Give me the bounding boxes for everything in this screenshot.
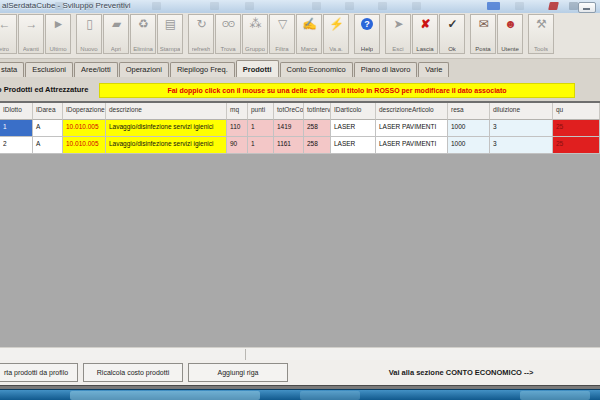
toolbar-button-label: Trova — [220, 46, 235, 52]
cell-resa[interactable]: 1000 — [448, 120, 490, 137]
scroll-divider — [245, 349, 246, 360]
toolbar-button-refresh[interactable]: ↻ refresh — [188, 14, 214, 54]
app-window: alSerdataCube - Sviluppo Preventivi ← et… — [0, 0, 600, 400]
col-header-mq[interactable]: mq — [227, 103, 248, 120]
toolbar-button-apri[interactable]: ▰ Apri — [103, 14, 129, 54]
user-icon: ☻ — [504, 18, 516, 31]
toolbar-button-indietro[interactable]: ← etro — [0, 14, 17, 54]
scroll-strip[interactable] — [0, 347, 600, 360]
cell-diluizione[interactable]: 3 — [490, 137, 553, 154]
cell-qu[interactable]: 25 — [553, 120, 600, 137]
tab-aree-lotti[interactable]: Aree/lotti — [74, 62, 118, 77]
add-row-button[interactable]: Aggiungi riga — [188, 363, 288, 382]
delete-trash-icon: ♻ — [138, 18, 148, 31]
cell-idoperazione[interactable]: 10.010.005 — [63, 120, 106, 137]
col-header-totinterv[interactable]: totInterv — [304, 103, 331, 120]
tab-varie[interactable]: Varie — [418, 62, 449, 77]
cell-punti[interactable]: 1 — [248, 120, 274, 137]
hint-banner: Fai doppio click con il mouse su una del… — [99, 83, 575, 98]
tab-testata[interactable]: stata — [0, 62, 24, 77]
cell-totoreco[interactable]: 1419 — [274, 120, 304, 137]
tab-prodotti[interactable]: Prodotti — [236, 60, 279, 77]
ghost-icon — [152, 2, 161, 10]
taskbar-highlight — [520, 391, 590, 400]
toolbar-button-filtra[interactable]: ▽ Filtra — [269, 14, 295, 54]
toolbar-button-lascia[interactable]: ✘ Lascia — [412, 14, 438, 54]
cell-totinterv[interactable]: 258 — [304, 120, 331, 137]
col-header-idlotto[interactable]: IDlotto — [0, 103, 33, 120]
col-header-diluizione[interactable]: diluizione — [490, 103, 553, 120]
toolbar-group-confirm: ➤ Esci ✘ Lascia ✓ Ok — [385, 14, 466, 54]
toolbar-button-posta[interactable]: ✉ Posta — [470, 14, 496, 54]
toolbar-button-stampa[interactable]: ▤ Stampa — [157, 14, 183, 54]
goto-conto-economico-button[interactable]: Vai alla sezione CONTO ECONOMICO --> — [330, 363, 592, 382]
toolbar-button-elimina[interactable]: ♻ Elimina — [130, 14, 156, 54]
toolbar-button-help[interactable]: ? Help — [354, 14, 380, 54]
cell-resa[interactable]: 1000 — [448, 137, 490, 154]
taskbar-highlight — [70, 391, 260, 400]
col-header-totoreco[interactable]: totOreCo — [274, 103, 304, 120]
tab-operazioni[interactable]: Operazioni — [119, 62, 169, 77]
cell-idarticolo[interactable]: LASER — [331, 120, 376, 137]
toolbar-button-label: Filtra — [275, 46, 288, 52]
col-header-idarea[interactable]: IDarea — [33, 103, 63, 120]
toolbar-button-tools[interactable]: ⚒ Tools — [528, 14, 554, 54]
toolbar-button-vaa[interactable]: ⚡ Va.a. — [323, 14, 349, 54]
goto-lightning-icon: ⚡ — [329, 18, 343, 31]
toolbar-button-marca[interactable]: ✍ Marca — [296, 14, 322, 54]
tab-conto-economico[interactable]: Conto Economico — [280, 62, 353, 77]
taskbar[interactable] — [0, 389, 600, 400]
ghost-icon — [569, 2, 578, 10]
toolbar-button-label: Ok — [448, 46, 456, 52]
cell-idarea[interactable]: A — [33, 120, 63, 137]
cell-totinterv[interactable]: 258 — [304, 137, 331, 154]
mail-envelope-icon: ✉ — [478, 18, 487, 31]
import-products-button[interactable]: rta prodotti da profilo — [0, 363, 78, 382]
cell-diluizione[interactable]: 3 — [490, 120, 553, 137]
toolbar-button-ok[interactable]: ✓ Ok — [439, 14, 465, 54]
cell-punti[interactable]: 1 — [248, 137, 274, 154]
cell-qu[interactable]: 25 — [553, 137, 600, 154]
toolbar-button-label: Help — [361, 46, 373, 52]
toolbar-button-trova[interactable]: ʘʘ Trova — [215, 14, 241, 54]
col-header-punti[interactable]: punti — [248, 103, 274, 120]
ghost-icon — [210, 2, 219, 10]
toolbar-button-label: Esci — [392, 46, 403, 52]
col-header-resa[interactable]: resa — [448, 103, 490, 120]
tab-riepilogo-freq[interactable]: Riepilogo Freq. — [170, 62, 235, 77]
recalculate-cost-button[interactable]: Ricalcola costo prodotti — [83, 363, 183, 382]
col-header-descrizionearticolo[interactable]: descrizioneArticolo — [376, 103, 448, 120]
toolbar-button-label: Tools — [534, 46, 548, 52]
cell-idlotto[interactable]: 1 — [0, 120, 33, 137]
col-header-descrizione[interactable]: descrizione — [106, 103, 227, 120]
col-header-idoperazione[interactable]: IDoperazione — [63, 103, 106, 120]
toolbar-button-gruppo[interactable]: ⁂ Gruppo — [242, 14, 268, 54]
col-header-qu[interactable]: qu — [553, 103, 600, 120]
toolbar-group-help: ? Help — [354, 14, 381, 54]
tab-esclusioni[interactable]: Esclusioni — [25, 62, 73, 77]
ok-check-icon: ✓ — [447, 18, 456, 31]
toolbar-button-avanti[interactable]: → Avanti — [18, 14, 44, 54]
toolbar-button-utente[interactable]: ☻ Utente — [497, 14, 523, 54]
cell-descrizionearticolo[interactable]: LASER PAVIMENTI — [376, 137, 448, 154]
cell-idoperazione[interactable]: 10.010.005 — [63, 137, 106, 154]
cell-descrizionearticolo[interactable]: LASER PAVIMENTI — [376, 120, 448, 137]
cell-totoreco[interactable]: 1161 — [274, 137, 304, 154]
col-header-idarticolo[interactable]: IDarticolo — [331, 103, 376, 120]
cell-idlotto[interactable]: 2 — [0, 137, 33, 154]
cell-mq[interactable]: 110 — [227, 120, 248, 137]
tools-hammer-icon: ⚒ — [536, 18, 546, 31]
toolbar-button-label: etro — [0, 46, 9, 52]
cell-descrizione[interactable]: Lavaggio/disinfezione servizi igienici — [106, 137, 227, 154]
toolbar-button-nuovo[interactable]: ▯ Nuovo — [76, 14, 102, 54]
cell-idarticolo[interactable]: LASER — [331, 137, 376, 154]
tab-piano-di-lavoro[interactable]: Piano di lavoro — [354, 62, 418, 77]
minimize-button[interactable] — [578, 2, 596, 13]
toolbar-button-label: Elimina — [133, 46, 153, 52]
cell-descrizione[interactable]: Lavaggio/disinfezione servizi igienici — [106, 120, 227, 137]
toolbar-button-esci[interactable]: ➤ Esci — [385, 14, 411, 54]
cell-mq[interactable]: 90 — [227, 137, 248, 154]
ghost-icon-blue — [487, 2, 500, 10]
cell-idarea[interactable]: A — [33, 137, 63, 154]
toolbar-button-ultimo[interactable]: ► Ultimo — [45, 14, 71, 54]
